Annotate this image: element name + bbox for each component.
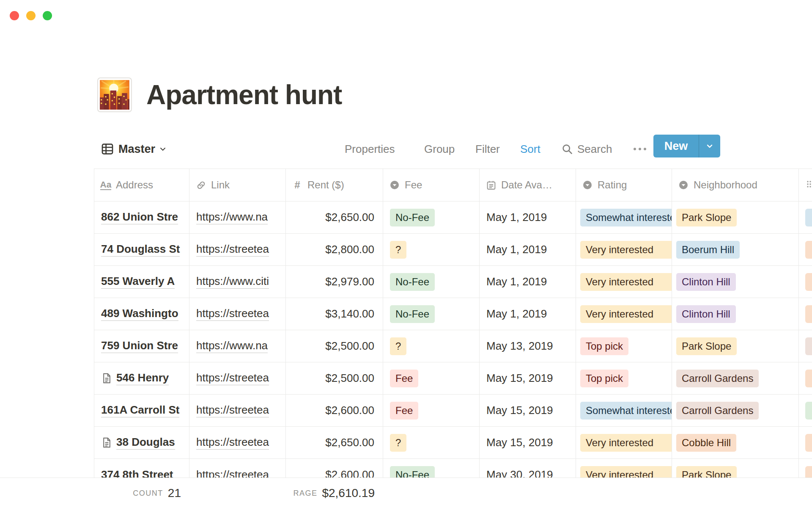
link-cell[interactable]: https://streetea <box>189 459 285 478</box>
column-header-date-ava[interactable]: Date Ava… <box>479 169 576 201</box>
address-cell[interactable]: 546 Henry <box>94 362 189 394</box>
date-available-cell[interactable]: May 13, 2019 <box>479 330 576 362</box>
rent-cell[interactable]: $2,600.00 <box>285 395 383 426</box>
overflow-column-cell[interactable] <box>798 266 812 298</box>
link-cell[interactable]: https://streetea <box>189 427 285 458</box>
overflow-column-cell[interactable] <box>798 395 812 426</box>
date-available-cell[interactable]: May 1, 2019 <box>479 234 576 265</box>
date-available-cell[interactable]: May 15, 2019 <box>479 427 576 458</box>
address-cell[interactable]: 161A Carroll St <box>94 395 189 426</box>
fee-cell[interactable]: No-Fee <box>383 459 479 478</box>
fee-cell[interactable]: ? <box>383 427 479 458</box>
new-button[interactable]: New <box>653 135 699 157</box>
minimize-window-button[interactable] <box>26 11 36 20</box>
overflow-column-cell[interactable] <box>798 330 812 362</box>
neighborhood-cell[interactable]: Park Slope <box>672 459 798 478</box>
neighborhood-cell[interactable]: Clinton Hill <box>672 266 798 298</box>
close-window-button[interactable] <box>10 11 19 20</box>
neighborhood-cell[interactable]: Boerum Hill <box>672 234 798 265</box>
column-header-rating[interactable]: Rating <box>576 169 672 201</box>
neighborhood-cell[interactable]: Park Slope <box>672 330 798 362</box>
rent-cell[interactable]: $2,650.00 <box>285 427 383 458</box>
address-cell[interactable]: 862 Union Stre <box>94 202 189 233</box>
date-available-cell[interactable]: May 1, 2019 <box>479 298 576 330</box>
fee-cell[interactable]: ? <box>383 330 479 362</box>
rent-cell[interactable]: $3,140.00 <box>285 298 383 330</box>
overflow-column-cell[interactable] <box>798 459 812 478</box>
new-dropdown-button[interactable] <box>699 135 720 157</box>
overflow-column-cell[interactable] <box>798 298 812 330</box>
rent-cell[interactable]: $2,500.00 <box>285 330 383 362</box>
column-header-fee[interactable]: Fee <box>383 169 479 201</box>
rent-cell[interactable]: $2,600.00 <box>285 459 383 478</box>
rent-cell[interactable]: $2,650.00 <box>285 202 383 233</box>
link-cell[interactable]: https://www.citi <box>189 266 285 298</box>
rent-cell[interactable]: $2,979.00 <box>285 266 383 298</box>
rent-cell[interactable]: $2,500.00 <box>285 362 383 394</box>
link-cell[interactable]: https://streetea <box>189 298 285 330</box>
rating-cell[interactable]: Somewhat interested <box>576 395 672 426</box>
date-available-cell[interactable]: May 1, 2019 <box>479 266 576 298</box>
overflow-column-cell[interactable] <box>798 202 812 233</box>
column-header-neighborhood[interactable]: Neighborhood <box>672 169 798 201</box>
tag-pill: Park Slope <box>676 337 737 355</box>
rating-cell[interactable]: Very interested <box>576 427 672 458</box>
average-calculation[interactable]: RAGE $2,610.19 <box>277 478 383 508</box>
address-cell[interactable]: 38 Douglas <box>94 427 189 458</box>
neighborhood-cell[interactable]: Carroll Gardens <box>672 362 798 394</box>
neighborhood-cell[interactable]: Park Slope <box>672 202 798 233</box>
count-calculation[interactable]: COUNT 21 <box>94 478 189 508</box>
fee-cell[interactable]: Fee <box>383 362 479 394</box>
overflow-column-cell[interactable] <box>798 427 812 458</box>
rating-cell[interactable]: Very interested <box>576 298 672 330</box>
link-cell[interactable]: https://www.na <box>189 202 285 233</box>
fee-cell[interactable]: Fee <box>383 395 479 426</box>
properties-button[interactable]: Properties <box>345 136 395 162</box>
rent-cell[interactable]: $2,800.00 <box>285 234 383 265</box>
rating-cell[interactable]: Very interested <box>576 266 672 298</box>
link-cell[interactable]: https://www.na <box>189 330 285 362</box>
address-cell[interactable]: 374 8th Street <box>94 459 189 478</box>
column-header-address[interactable]: AaAddress <box>94 169 189 201</box>
view-switcher[interactable]: Master <box>101 136 167 162</box>
url-icon <box>195 179 206 190</box>
zoom-window-button[interactable] <box>43 11 52 20</box>
rating-cell[interactable]: Very interested <box>576 234 672 265</box>
fee-cell[interactable]: ? <box>383 234 479 265</box>
search-button[interactable]: Search <box>561 136 612 162</box>
address-cell[interactable]: 489 Washingto <box>94 298 189 330</box>
filter-button[interactable]: Filter <box>475 136 500 162</box>
page-title[interactable]: Apartment hunt <box>146 79 342 110</box>
date-available-cell[interactable]: May 15, 2019 <box>479 362 576 394</box>
date-available-cell[interactable]: May 30, 2019 <box>479 459 576 478</box>
address-cell[interactable]: 74 Douglass St <box>94 234 189 265</box>
rating-cell[interactable]: Somewhat interested <box>576 202 672 233</box>
rating-cell[interactable]: Top pick <box>576 362 672 394</box>
page-icon <box>101 373 112 384</box>
date-available-cell[interactable]: May 15, 2019 <box>479 395 576 426</box>
fee-cell[interactable]: No-Fee <box>383 202 479 233</box>
neighborhood-cell[interactable]: Carroll Gardens <box>672 395 798 426</box>
fee-cell[interactable]: No-Fee <box>383 298 479 330</box>
neighborhood-cell[interactable]: Cobble Hill <box>672 427 798 458</box>
column-header-rent[interactable]: #Rent ($) <box>285 169 383 201</box>
fee-cell[interactable]: No-Fee <box>383 266 479 298</box>
rating-cell[interactable]: Very interested <box>576 459 672 478</box>
address-cell[interactable]: 759 Union Stre <box>94 330 189 362</box>
cityscape-sunset-emoji-icon[interactable] <box>97 77 132 112</box>
column-header-extra[interactable] <box>798 169 812 201</box>
overflow-column-cell[interactable] <box>798 234 812 265</box>
link-cell[interactable]: https://streetea <box>189 362 285 394</box>
address-cell[interactable]: 555 Waverly A <box>94 266 189 298</box>
rating-cell[interactable]: Top pick <box>576 330 672 362</box>
link-cell[interactable]: https://streetea <box>189 234 285 265</box>
group-button[interactable]: Group <box>424 136 455 162</box>
date-available-cell[interactable]: May 1, 2019 <box>479 202 576 233</box>
tag-pill: Clinton Hill <box>676 273 736 291</box>
more-options-button[interactable] <box>634 136 646 162</box>
overflow-column-cell[interactable] <box>798 362 812 394</box>
link-cell[interactable]: https://streetea <box>189 395 285 426</box>
sort-button[interactable]: Sort <box>520 136 540 162</box>
neighborhood-cell[interactable]: Clinton Hill <box>672 298 798 330</box>
column-header-link[interactable]: Link <box>189 169 285 201</box>
